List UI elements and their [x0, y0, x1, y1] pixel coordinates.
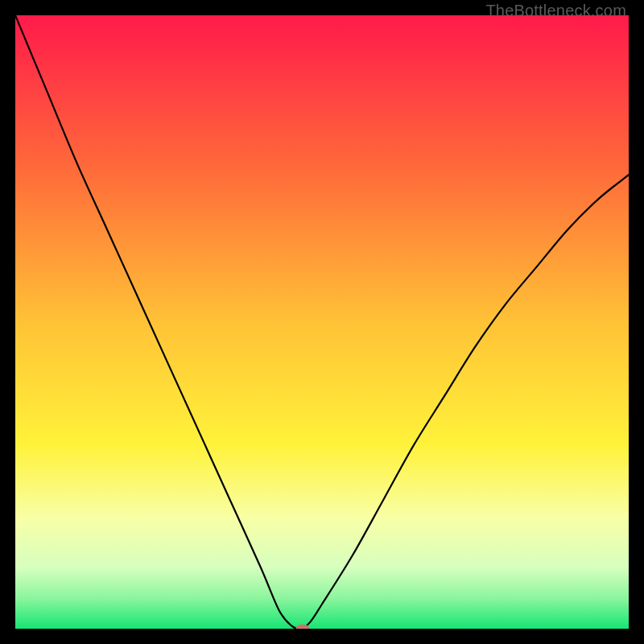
- gradient-background: [15, 15, 629, 629]
- optimal-point-marker: [295, 625, 309, 630]
- chart-svg: [15, 15, 629, 629]
- watermark-text: TheBottleneck.com: [485, 2, 626, 20]
- plot-area: [15, 15, 629, 629]
- chart-frame: TheBottleneck.com: [0, 0, 644, 644]
